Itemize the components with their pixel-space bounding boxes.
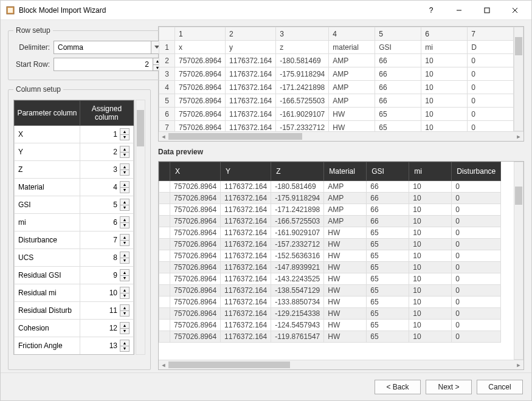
spinner-up-icon[interactable]: ▲ bbox=[120, 235, 129, 241]
raw-grid-hscroll[interactable]: ◄ ► bbox=[159, 131, 523, 141]
assigned-cell[interactable]: 9▲▼ bbox=[80, 267, 133, 284]
spinner-down-icon[interactable]: ▼ bbox=[120, 293, 129, 299]
grid-row[interactable]: 1xyzmaterialGSImiD bbox=[159, 41, 514, 54]
param-scrollbar[interactable] bbox=[136, 100, 145, 355]
grid-cell[interactable]: 0 bbox=[468, 54, 514, 67]
preview-cell[interactable]: -124.5457943 bbox=[271, 320, 324, 331]
preview-cell[interactable]: HW bbox=[324, 320, 367, 331]
preview-cell[interactable]: -180.581469 bbox=[271, 181, 324, 193]
grid-cell[interactable]: material bbox=[329, 41, 375, 54]
grid-row[interactable]: 4757026.89641176372.164-171.2421898AMP66… bbox=[159, 81, 514, 94]
assigned-cell[interactable]: 10▲▼ bbox=[80, 284, 133, 302]
preview-cell[interactable]: 0 bbox=[452, 181, 501, 193]
spinner-up-icon[interactable]: ▲ bbox=[120, 164, 129, 170]
param-row[interactable]: Tensile Strength14▲▼ bbox=[15, 355, 134, 355]
preview-cell[interactable]: 10 bbox=[409, 227, 452, 239]
grid-cell[interactable]: 0 bbox=[468, 67, 514, 81]
grid-row-header[interactable]: 3 bbox=[159, 67, 175, 81]
grid-row[interactable]: 3757026.89641176372.164-175.9118294AMP66… bbox=[159, 67, 514, 81]
preview-cell[interactable]: 757026.8964 bbox=[170, 262, 221, 273]
preview-cell[interactable]: 1176372.164 bbox=[221, 331, 271, 343]
preview-cell[interactable]: 757026.8964 bbox=[170, 204, 221, 216]
grid-cell[interactable]: HW bbox=[329, 108, 375, 121]
preview-row[interactable]: 757026.89641176372.164-124.5457943HW6510… bbox=[159, 320, 501, 331]
preview-cell[interactable]: 0 bbox=[452, 320, 501, 331]
preview-cell[interactable]: 757026.8964 bbox=[170, 296, 221, 308]
scrollbar-thumb[interactable] bbox=[168, 362, 290, 368]
param-row[interactable]: Residual Disturb11▲▼ bbox=[15, 302, 134, 320]
preview-col-header[interactable]: Material bbox=[324, 162, 367, 181]
preview-row[interactable]: 757026.89641176372.164-166.5725503AMP661… bbox=[159, 216, 501, 227]
spinner-down-icon[interactable]: ▼ bbox=[120, 153, 129, 158]
grid-cell[interactable]: -161.9029107 bbox=[276, 108, 329, 121]
preview-cell[interactable]: 0 bbox=[452, 285, 501, 296]
preview-cell[interactable]: -157.2332712 bbox=[271, 239, 324, 250]
preview-cell[interactable]: AMP bbox=[324, 216, 367, 227]
preview-cell[interactable]: 1176372.164 bbox=[221, 285, 271, 296]
grid-row-header[interactable]: 5 bbox=[159, 94, 175, 108]
preview-cell[interactable]: 10 bbox=[409, 331, 452, 343]
assigned-spinner[interactable]: ▲▼ bbox=[120, 234, 130, 246]
grid-cell[interactable]: 66 bbox=[375, 94, 421, 108]
preview-cell[interactable]: 757026.8964 bbox=[170, 250, 221, 262]
preview-cell[interactable]: -152.5636316 bbox=[271, 250, 324, 262]
preview-row[interactable]: 757026.89641176372.164-180.581469AMP6610… bbox=[159, 181, 501, 193]
grid-cell[interactable]: 757026.8964 bbox=[175, 121, 226, 132]
scroll-left-icon[interactable]: ◄ bbox=[159, 362, 168, 368]
param-row[interactable]: Disturbance7▲▼ bbox=[15, 231, 134, 249]
minimize-button[interactable] bbox=[445, 1, 473, 19]
preview-cell[interactable]: 10 bbox=[409, 273, 452, 285]
preview-cell[interactable]: 10 bbox=[409, 296, 452, 308]
grid-cell[interactable]: 1176372.164 bbox=[226, 54, 276, 67]
grid-cell[interactable]: -175.9118294 bbox=[276, 67, 329, 81]
assigned-spinner[interactable]: ▲▼ bbox=[120, 128, 130, 140]
grid-cell[interactable]: 10 bbox=[421, 81, 468, 94]
preview-cell[interactable]: 65 bbox=[367, 320, 409, 331]
preview-cell[interactable]: -147.8939921 bbox=[271, 262, 324, 273]
preview-cell[interactable]: 757026.8964 bbox=[170, 227, 221, 239]
assigned-spinner[interactable]: ▲▼ bbox=[120, 163, 130, 176]
preview-cell[interactable]: 757026.8964 bbox=[170, 331, 221, 343]
grid-cell[interactable]: x bbox=[175, 41, 226, 54]
spinner-up-icon[interactable]: ▲ bbox=[120, 305, 129, 311]
preview-row[interactable]: 757026.89641176372.164-147.8939921HW6510… bbox=[159, 262, 501, 273]
spinner-up-icon[interactable]: ▲ bbox=[120, 217, 129, 223]
grid-cell[interactable]: 1176372.164 bbox=[226, 108, 276, 121]
preview-cell[interactable]: 65 bbox=[367, 308, 409, 320]
preview-cell[interactable]: 65 bbox=[367, 239, 409, 250]
preview-row[interactable]: 757026.89641176372.164-119.8761547HW6510… bbox=[159, 331, 501, 343]
preview-row[interactable]: 757026.89641176372.164-157.2332712HW6510… bbox=[159, 239, 501, 250]
grid-col-header[interactable]: 1 bbox=[175, 27, 226, 41]
back-button[interactable]: < Back bbox=[375, 380, 421, 394]
preview-cell[interactable]: 10 bbox=[409, 250, 452, 262]
preview-col-header[interactable]: Y bbox=[221, 162, 271, 181]
preview-col-header[interactable]: GSI bbox=[367, 162, 409, 181]
grid-cell[interactable]: 0 bbox=[468, 94, 514, 108]
raw-grid-vscroll[interactable] bbox=[514, 27, 523, 131]
preview-cell[interactable]: HW bbox=[324, 296, 367, 308]
preview-cell[interactable]: 65 bbox=[367, 227, 409, 239]
preview-cell[interactable]: 65 bbox=[367, 250, 409, 262]
assigned-cell[interactable]: 11▲▼ bbox=[80, 302, 133, 320]
grid-cell[interactable]: -180.581469 bbox=[276, 54, 329, 67]
preview-cell[interactable]: 757026.8964 bbox=[170, 320, 221, 331]
spinner-down-icon[interactable]: ▼ bbox=[120, 223, 129, 228]
grid-cell[interactable]: AMP bbox=[329, 81, 375, 94]
scroll-right-icon[interactable]: ► bbox=[514, 362, 523, 368]
cancel-button[interactable]: Cancel bbox=[477, 380, 523, 394]
preview-cell[interactable]: 0 bbox=[452, 331, 501, 343]
assigned-cell[interactable]: 3▲▼ bbox=[80, 161, 133, 179]
assigned-cell[interactable]: 4▲▼ bbox=[80, 179, 133, 196]
assigned-spinner[interactable]: ▲▼ bbox=[120, 252, 130, 264]
grid-cell[interactable]: AMP bbox=[329, 94, 375, 108]
grid-cell[interactable]: 0 bbox=[468, 121, 514, 132]
param-row[interactable]: Residual mi10▲▼ bbox=[15, 284, 134, 302]
preview-cell[interactable]: 757026.8964 bbox=[170, 216, 221, 227]
preview-cell[interactable]: 65 bbox=[367, 285, 409, 296]
grid-col-header[interactable]: 2 bbox=[226, 27, 276, 41]
assigned-cell[interactable]: 5▲▼ bbox=[80, 196, 133, 214]
preview-cell[interactable]: 65 bbox=[367, 262, 409, 273]
preview-cell[interactable]: -166.5725503 bbox=[271, 216, 324, 227]
preview-cell[interactable]: 1176372.164 bbox=[221, 193, 271, 204]
preview-col-header[interactable]: mi bbox=[409, 162, 452, 181]
